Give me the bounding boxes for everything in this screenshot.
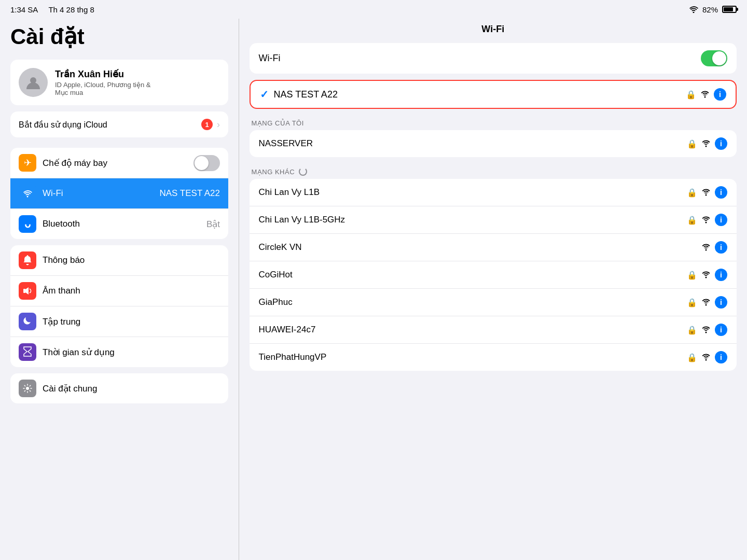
- wifi-toggle-section: Wi-Fi: [250, 43, 737, 74]
- profile-card[interactable]: Trần Xuân Hiếu ID Apple, iCloud, Phương …: [10, 60, 228, 105]
- hourglass-icon: [23, 346, 32, 358]
- bell-icon: [23, 255, 32, 265]
- lock-chilanvy: 🔒: [687, 188, 697, 198]
- loading-spinner: [299, 167, 307, 176]
- battery-icon: [722, 6, 737, 13]
- lock-huawei: 🔒: [687, 325, 697, 335]
- signal-chilanvy: [701, 189, 711, 196]
- info-huawei[interactable]: i: [715, 324, 727, 336]
- connected-network-row[interactable]: ✓ NAS TEST A22 🔒 i: [251, 81, 736, 108]
- lock-icon: 🔒: [686, 90, 696, 100]
- signal-icon-nasserver: [701, 140, 711, 147]
- sounds-icon-box: [19, 282, 36, 300]
- info-tienphathung[interactable]: i: [715, 351, 727, 363]
- sidebar-title: Cài đặt: [10, 19, 228, 60]
- airplane-icon-box: ✈: [19, 154, 36, 172]
- profile-desc: ID Apple, iCloud, Phương tiện &Mục mua: [55, 81, 150, 96]
- net-name-huawei: HUAWEI-24c7: [259, 325, 682, 335]
- icloud-text: Bắt đầu sử dụng iCloud: [19, 120, 107, 130]
- net-name-chilanvy5g: Chi Lan Vy L1B-5GHz: [259, 215, 682, 225]
- settings-group-preferences: Thông báo Âm thanh: [10, 245, 228, 367]
- focus-icon-box: [19, 313, 36, 330]
- checkmark-icon: ✓: [260, 88, 269, 101]
- profile-name: Trần Xuân Hiếu: [55, 68, 150, 80]
- sidebar-item-notifications[interactable]: Thông báo: [10, 245, 228, 276]
- icloud-badge: 1: [201, 119, 213, 130]
- wifi-main-toggle[interactable]: [701, 50, 727, 66]
- signal-icon: [700, 91, 710, 98]
- wifi-icon: [22, 189, 33, 198]
- network-row-chilanvy[interactable]: Chi Lan Vy L1B 🔒 i: [250, 179, 737, 206]
- settings-group-general: Cài đặt chung: [10, 373, 228, 403]
- my-networks-header-text: MẠNG CỦA TÔI: [252, 119, 304, 127]
- gear-icon: [22, 383, 33, 394]
- notifications-icon-box: [19, 251, 36, 269]
- lock-giaphuc: 🔒: [687, 298, 697, 307]
- sidebar-item-wifi[interactable]: Wi-Fi NAS TEST A22: [10, 178, 228, 209]
- connected-network-icons: 🔒 i: [686, 88, 726, 101]
- signal-circlek: [701, 244, 711, 251]
- panel-title: Wi-Fi: [250, 19, 737, 43]
- other-networks-header: MẠNG KHÁC: [250, 163, 737, 179]
- network-row-tienphathung[interactable]: TienPhatHungVP 🔒 i: [250, 344, 737, 371]
- info-chilanvy5g[interactable]: i: [715, 214, 727, 226]
- info-circlek[interactable]: i: [715, 241, 727, 254]
- net-name-giaphuc: GiaPhuc: [259, 297, 682, 307]
- signal-cogihot: [701, 271, 711, 278]
- info-giaphuc[interactable]: i: [715, 296, 727, 309]
- lock-tienphathung: 🔒: [687, 353, 697, 362]
- settings-group-connectivity: ✈ Chế độ máy bay Wi-Fi NAS TEST A22: [10, 148, 228, 239]
- time: 1:34 SA: [10, 5, 38, 14]
- lock-cogihot: 🔒: [687, 270, 697, 280]
- info-btn-nasserver[interactable]: i: [715, 137, 727, 150]
- sidebar-item-airplane[interactable]: ✈ Chế độ máy bay: [10, 148, 228, 178]
- my-networks-list: NASSERVER 🔒 i: [250, 130, 737, 157]
- main-layout: Cài đặt Trần Xuân Hiếu ID Apple, iCloud,…: [0, 19, 747, 560]
- chevron-icon: ›: [217, 119, 220, 130]
- signal-giaphuc: [701, 299, 711, 306]
- net-name-cogihot: CoGiHot: [259, 270, 682, 280]
- network-row-chilanvy5g[interactable]: Chi Lan Vy L1B-5GHz 🔒 i: [250, 206, 737, 234]
- wifi-label: Wi-Fi: [43, 188, 153, 199]
- network-row-huawei[interactable]: HUAWEI-24c7 🔒 i: [250, 316, 737, 344]
- general-label: Cài đặt chung: [43, 383, 220, 394]
- net-name-chilanvy: Chi Lan Vy L1B: [259, 187, 682, 198]
- avatar: [19, 68, 48, 97]
- bluetooth-label: Bluetooth: [43, 219, 200, 229]
- network-row-cogihot[interactable]: CoGiHot 🔒 i: [250, 261, 737, 289]
- other-networks-header-text: MẠNG KHÁC: [252, 168, 295, 176]
- net-name-tienphathung: TienPhatHungVP: [259, 352, 682, 362]
- network-row-giaphuc[interactable]: GiaPhuc 🔒 i: [250, 289, 737, 316]
- profile-info: Trần Xuân Hiếu ID Apple, iCloud, Phương …: [55, 68, 150, 96]
- icloud-banner[interactable]: Bắt đầu sử dụng iCloud 1 ›: [10, 111, 228, 137]
- wifi-toggle-row: Wi-Fi: [250, 43, 737, 74]
- signal-huawei: [701, 326, 711, 333]
- screentime-icon-box: [19, 343, 36, 361]
- focus-label: Tập trung: [43, 316, 220, 327]
- sidebar-item-focus[interactable]: Tập trung: [10, 306, 228, 337]
- network-row-nasserver[interactable]: NASSERVER 🔒 i: [250, 130, 737, 157]
- network-row-circlek[interactable]: CircleK VN i: [250, 234, 737, 261]
- sound-icon: [22, 286, 33, 296]
- date: Th 4 28 thg 8: [48, 5, 94, 14]
- signal-tienphathung: [701, 354, 711, 361]
- info-chilanvy[interactable]: i: [715, 186, 727, 199]
- avatar-icon: [24, 74, 42, 91]
- wifi-value: NAS TEST A22: [159, 188, 220, 199]
- sidebar-item-screentime[interactable]: Thời gian sử dụng: [10, 337, 228, 367]
- my-networks-header: MẠNG CỦA TÔI: [250, 115, 737, 130]
- sidebar-item-sounds[interactable]: Âm thanh: [10, 276, 228, 306]
- sidebar-item-bluetooth[interactable]: ᴗ Bluetooth Bật: [10, 209, 228, 239]
- sidebar-item-general[interactable]: Cài đặt chung: [10, 373, 228, 403]
- bluetooth-value: Bật: [206, 219, 220, 230]
- sidebar: Cài đặt Trần Xuân Hiếu ID Apple, iCloud,…: [0, 19, 239, 560]
- airplane-toggle[interactable]: [193, 155, 220, 171]
- wifi-status-icon: [689, 6, 698, 13]
- general-icon-box: [19, 380, 36, 397]
- connected-network-name: NAS TEST A22: [274, 89, 681, 100]
- status-right: 82%: [689, 5, 737, 14]
- info-cogihot[interactable]: i: [715, 269, 727, 281]
- connected-network-card: ✓ NAS TEST A22 🔒 i: [250, 80, 737, 109]
- connected-info-btn[interactable]: i: [714, 88, 726, 101]
- sounds-label: Âm thanh: [43, 286, 220, 296]
